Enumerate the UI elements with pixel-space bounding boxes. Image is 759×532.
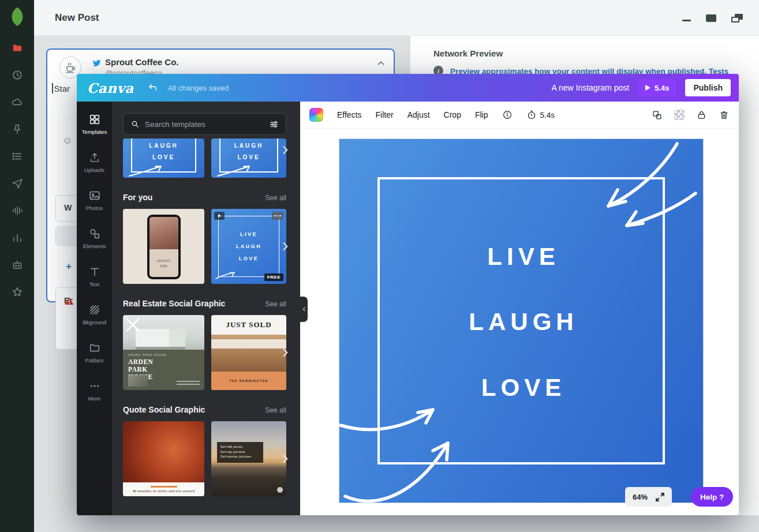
sprout-header: New Post: [34, 0, 759, 36]
template-thumbnail[interactable]: LAUGHLOVE: [123, 138, 204, 178]
emoji-picker-icon[interactable]: ☺: [62, 135, 72, 147]
see-all-link[interactable]: See all: [265, 194, 286, 202]
canva-header: Canva All changes saved A new Instagram …: [77, 74, 739, 102]
templates-panel: LAUGHLOVE LAUGHLOVE For you See all: [112, 102, 300, 515]
sidebar-item-more[interactable]: More: [77, 372, 112, 410]
photo-placeholder: [149, 217, 178, 249]
search-input[interactable]: [145, 120, 264, 129]
photos-icon: [88, 189, 101, 202]
template-row-for-you: autumnsale LIVE LAUGH LOVE FREE: [123, 209, 286, 284]
reports-nav-icon[interactable]: [10, 230, 25, 245]
text-icon: [88, 265, 101, 278]
delete-icon[interactable]: [719, 110, 730, 121]
page-title: New Post: [55, 12, 99, 24]
design-canvas[interactable]: LIVE LAUGH LOVE: [339, 139, 703, 503]
minimize-icon[interactable]: [682, 20, 691, 21]
template-thumbnail-hair-quote[interactable]: Be beautiful, be stylish, and love yours…: [123, 421, 204, 496]
folders-nav-icon[interactable]: [10, 40, 25, 55]
background-icon: [88, 304, 101, 316]
expand-icon: [656, 493, 664, 501]
arrow-doodle: [216, 163, 256, 178]
toolbar-effects[interactable]: Effects: [337, 110, 362, 119]
sprout-logo: [0, 0, 34, 33]
restore-windows-icon[interactable]: [731, 14, 743, 23]
carousel-next-icon[interactable]: [279, 453, 291, 464]
sprout-sidebar: [0, 0, 34, 532]
section-header-for-you: For you See all: [123, 193, 286, 202]
template-row-quote: Be beautiful, be stylish, and love yours…: [123, 421, 286, 496]
arrow-doodle: [215, 269, 240, 280]
sprout-leaf-icon: [8, 7, 27, 27]
listening-nav-icon[interactable]: [10, 203, 25, 218]
cloud-nav-icon[interactable]: [10, 95, 25, 110]
post-type-label: A new Instagram post: [551, 83, 629, 92]
canvas-text-laugh[interactable]: LAUGH: [339, 308, 703, 336]
template-thumbnail-autumn-sale[interactable]: autumnsale: [123, 209, 204, 284]
sidebar-item-uploads[interactable]: Uploads: [77, 143, 112, 181]
free-badge: FREE: [264, 274, 283, 281]
sidebar-item-elements[interactable]: Elements: [77, 219, 112, 257]
collapse-panel-tab[interactable]: [300, 297, 308, 322]
template-thumbnail-road-quote[interactable]: Don't talk, just act. Don't say, just sh…: [211, 421, 286, 496]
logo-dot-graphic: [277, 487, 283, 493]
automation-nav-icon[interactable]: [10, 257, 25, 272]
pin-nav-icon[interactable]: [10, 122, 25, 137]
sidebar-item-templates[interactable]: Templates: [77, 105, 112, 143]
transparency-icon[interactable]: [674, 110, 685, 120]
twitter-icon: [92, 58, 102, 68]
search-bar[interactable]: [123, 113, 286, 135]
canvas-text-live[interactable]: LIVE: [339, 243, 703, 271]
play-preview-button[interactable]: 5.4s: [638, 79, 676, 96]
section-header-real-estate: Real Estate Social Graphic See all: [123, 299, 286, 308]
carousel-next-icon[interactable]: [279, 347, 291, 358]
kicker-graphic: [151, 486, 177, 488]
search-icon: [130, 119, 140, 129]
network-preview-title: Network Preview: [433, 48, 759, 58]
section-header-quote: Quote Social Graphic See all: [123, 405, 286, 414]
canvas-text-love[interactable]: LOVE: [339, 374, 703, 402]
toolbar-filter[interactable]: Filter: [376, 110, 394, 119]
toolbar-flip[interactable]: Flip: [475, 110, 488, 119]
timer-icon: [526, 110, 537, 120]
compose-text-input[interactable]: Star: [52, 83, 70, 93]
inbox-nav-icon[interactable]: [10, 68, 25, 83]
add-link-fragment[interactable]: +: [66, 261, 72, 272]
toolbar-adjust[interactable]: Adjust: [407, 110, 430, 119]
sidebar-item-text[interactable]: Text: [77, 257, 112, 295]
undo-icon[interactable]: [148, 83, 159, 93]
zoom-control[interactable]: 64%: [625, 487, 672, 507]
maximize-icon[interactable]: [706, 14, 716, 22]
collapse-chevron-icon[interactable]: [376, 59, 386, 68]
list-nav-icon[interactable]: [10, 149, 25, 164]
caption-lines-graphic: [177, 379, 200, 385]
favorites-nav-icon[interactable]: [10, 284, 25, 299]
elements-icon: [88, 227, 101, 240]
sidebar-item-background[interactable]: Bkground: [77, 295, 112, 334]
text-caret: [52, 83, 53, 93]
template-thumbnail[interactable]: LAUGHLOVE: [211, 138, 286, 178]
carousel-next-icon[interactable]: [279, 241, 291, 252]
help-button[interactable]: Help ?: [691, 487, 733, 507]
template-thumbnail-arden-park[interactable]: GRAND OPEN HOUSE ARDENPARKHOUSE: [123, 315, 204, 390]
phone-mockup: autumnsale: [147, 215, 181, 279]
folder-icon: [88, 342, 101, 354]
lock-icon[interactable]: [696, 110, 707, 121]
color-picker-swatch[interactable]: [309, 108, 323, 122]
position-icon[interactable]: [652, 110, 663, 121]
see-all-link[interactable]: See all: [265, 300, 286, 308]
toolbar-crop[interactable]: Crop: [444, 110, 461, 119]
publish-nav-icon[interactable]: [10, 176, 25, 191]
sidebar-item-folders[interactable]: Folders: [77, 334, 112, 372]
carousel-next-icon[interactable]: [279, 144, 291, 156]
account-name: Sprout Coffee Co.: [105, 57, 179, 67]
template-thumbnail-just-sold[interactable]: JUST SOLD THE REMMINGTON: [211, 315, 286, 390]
template-thumbnail-live-laugh-love[interactable]: LIVE LAUGH LOVE FREE: [211, 209, 286, 284]
info-icon[interactable]: [502, 110, 513, 120]
duration-control[interactable]: 5.4s: [526, 110, 555, 120]
publish-button[interactable]: Publish: [685, 79, 731, 96]
template-row-partial: LAUGHLOVE LAUGHLOVE: [123, 138, 286, 178]
sidebar-item-photos[interactable]: Photos: [77, 181, 112, 219]
upload-icon: [88, 151, 101, 164]
see-all-link[interactable]: See all: [265, 406, 286, 414]
more-options-icon[interactable]: [272, 212, 283, 220]
